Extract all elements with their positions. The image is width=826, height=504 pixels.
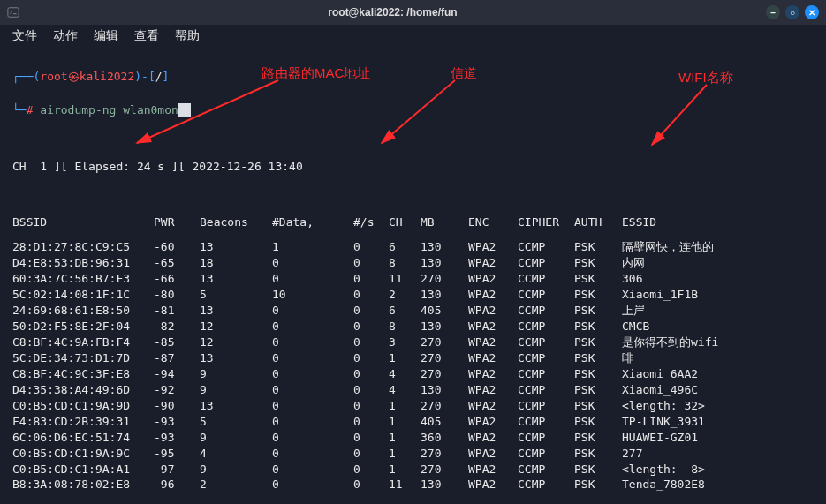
- cell-enc: WPA2: [468, 446, 518, 462]
- prompt-line-2: └─# airodump-ng wlan0mon: [12, 102, 814, 118]
- cell-data: 0: [272, 382, 353, 398]
- ap-col-essid: ESSID: [622, 206, 718, 239]
- cell-pwr: -95: [154, 446, 200, 462]
- menu-view[interactable]: 查看: [134, 28, 159, 44]
- cell-auth: PSK: [574, 239, 622, 255]
- cell-data: 10: [272, 287, 353, 303]
- prompt-l2prefix: └─: [12, 103, 27, 117]
- table-row: C0:B5:CD:C1:9A:9C-954001270WPA2CCMPPSK27…: [12, 446, 718, 462]
- status-line: CH 1 ][ Elapsed: 24 s ][ 2022-12-26 13:4…: [12, 159, 814, 175]
- prompt-user: root: [40, 70, 67, 83]
- cell-s: 0: [353, 366, 389, 382]
- cell-auth: PSK: [574, 446, 622, 462]
- cell-bssid: F4:83:CD:2B:39:31: [12, 414, 154, 430]
- cell-essid: Xiaomi_6AA2: [622, 366, 718, 382]
- cell-mb: 270: [421, 398, 468, 414]
- ap-col-data: #Data,: [272, 206, 353, 239]
- ap-col-auth: AUTH: [574, 206, 622, 239]
- cell-ch: 8: [389, 319, 421, 335]
- ap-col-enc: ENC: [468, 206, 518, 239]
- menu-help[interactable]: 帮助: [175, 28, 200, 44]
- cell-auth: PSK: [574, 319, 622, 335]
- cell-auth: PSK: [574, 350, 622, 366]
- cell-bssid: 28:D1:27:8C:C9:C5: [12, 239, 154, 255]
- cell-data: 0: [272, 303, 353, 319]
- minimize-button[interactable]: –: [766, 5, 780, 19]
- cell-mb: 130: [421, 477, 468, 493]
- cell-beacons: 9: [200, 366, 272, 382]
- cell-s: 0: [353, 335, 389, 350]
- cell-cipher: CCMP: [518, 319, 574, 335]
- cell-pwr: -96: [154, 477, 200, 493]
- cell-ch: 6: [389, 239, 421, 255]
- cell-beacons: 9: [200, 462, 272, 478]
- cell-enc: WPA2: [468, 398, 518, 414]
- cell-s: 0: [353, 430, 389, 446]
- cell-mb: 270: [421, 335, 468, 350]
- cell-essid: 是你得不到的wifi: [622, 335, 718, 350]
- cell-essid: HUAWEI-GZ01: [622, 430, 718, 446]
- menu-file[interactable]: 文件: [12, 28, 37, 44]
- cell-mb: 270: [421, 366, 468, 382]
- cell-data: 0: [272, 255, 353, 271]
- cell-ch: 11: [389, 477, 421, 493]
- cell-bssid: 24:69:68:61:E8:50: [12, 303, 154, 319]
- terminal-body[interactable]: ┌──(root㉿kali2022)-[/] └─# airodump-ng w…: [0, 48, 826, 504]
- table-row: D4:35:38:A4:49:6D-929004130WPA2CCMPPSKXi…: [12, 382, 718, 398]
- cell-pwr: -97: [154, 462, 200, 478]
- cell-cipher: CCMP: [518, 382, 574, 398]
- cell-auth: PSK: [574, 477, 622, 493]
- titlebar: root@kali2022: /home/fun – ○ ✕: [0, 0, 826, 25]
- table-row: F4:83:CD:2B:39:31-935001405WPA2CCMPPSKTP…: [12, 414, 718, 430]
- cell-beacons: 9: [200, 382, 272, 398]
- maximize-button[interactable]: ○: [785, 5, 799, 19]
- cell-beacons: 12: [200, 319, 272, 335]
- cell-essid: TP-LINK_3931: [622, 414, 718, 430]
- cell-s: 0: [353, 462, 389, 478]
- cell-mb: 130: [421, 287, 468, 303]
- cell-mb: 360: [421, 430, 468, 446]
- cell-enc: WPA2: [468, 287, 518, 303]
- cell-cipher: CCMP: [518, 287, 574, 303]
- cursor-icon: [178, 103, 191, 117]
- cell-data: 0: [272, 477, 353, 493]
- cell-ch: 11: [389, 271, 421, 287]
- cell-essid: 上岸: [622, 303, 718, 319]
- cell-mb: 405: [421, 414, 468, 430]
- cell-enc: WPA2: [468, 414, 518, 430]
- cell-enc: WPA2: [468, 319, 518, 335]
- cell-auth: PSK: [574, 382, 622, 398]
- cell-ch: 4: [389, 366, 421, 382]
- cell-enc: WPA2: [468, 477, 518, 493]
- ap-col-beacons: Beacons: [200, 206, 272, 239]
- cell-pwr: -65: [154, 255, 200, 271]
- cell-data: 0: [272, 446, 353, 462]
- prompt-line-1: ┌──(root㉿kali2022)-[/]: [12, 69, 814, 85]
- prompt-command: airodump-ng wlan0mon: [40, 103, 178, 117]
- cell-cipher: CCMP: [518, 477, 574, 493]
- cell-auth: PSK: [574, 398, 622, 414]
- cell-bssid: C0:B5:CD:C1:9A:A1: [12, 462, 154, 478]
- window-controls: – ○ ✕: [766, 5, 819, 19]
- cell-cipher: CCMP: [518, 239, 574, 255]
- cell-pwr: -94: [154, 366, 200, 382]
- close-button[interactable]: ✕: [805, 5, 819, 19]
- menu-actions[interactable]: 动作: [53, 28, 78, 44]
- cell-s: 0: [353, 319, 389, 335]
- cell-pwr: -80: [154, 287, 200, 303]
- cell-cipher: CCMP: [518, 335, 574, 350]
- cell-beacons: 4: [200, 446, 272, 462]
- cell-data: 0: [272, 430, 353, 446]
- cell-essid: 啡: [622, 350, 718, 366]
- cell-essid: 306: [622, 271, 718, 287]
- cell-auth: PSK: [574, 271, 622, 287]
- cell-pwr: -93: [154, 414, 200, 430]
- cell-mb: 270: [421, 446, 468, 462]
- cell-auth: PSK: [574, 303, 622, 319]
- menu-edit[interactable]: 编辑: [94, 28, 118, 44]
- terminal-icon: [7, 6, 19, 19]
- ap-header-row: BSSID PWR Beacons #Data, #/s CH MB ENC C…: [12, 206, 718, 239]
- cell-enc: WPA2: [468, 366, 518, 382]
- cell-beacons: 5: [200, 287, 272, 303]
- svg-rect-0: [8, 8, 19, 18]
